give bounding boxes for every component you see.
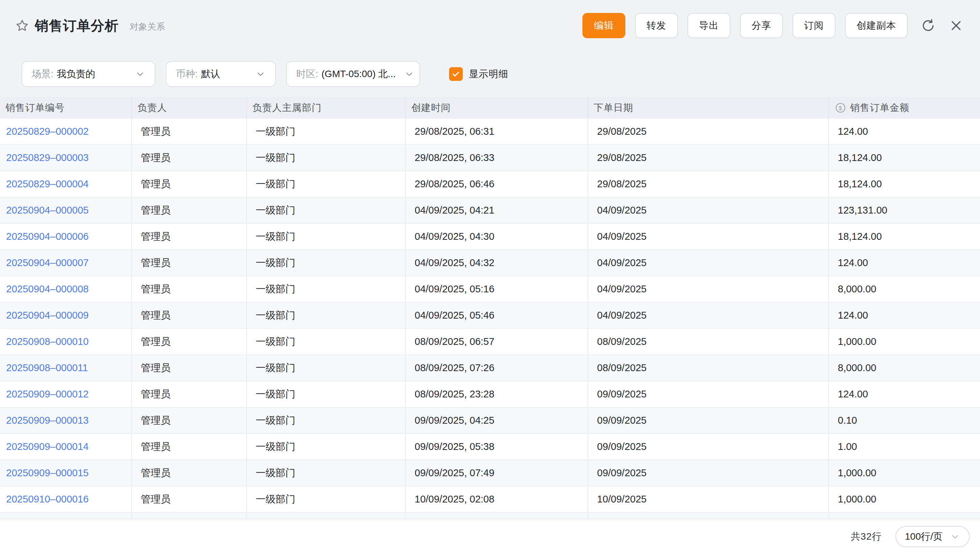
- department-cell: 一级部门: [246, 486, 405, 512]
- order-date-cell: 04/09/2025: [587, 250, 828, 275]
- order-date-cell: 08/09/2025: [587, 329, 828, 355]
- page-size-value: 100行/页: [905, 530, 943, 543]
- close-icon[interactable]: [949, 18, 964, 33]
- created-time-cell: 09/09/2025, 07:49: [405, 460, 587, 486]
- order-number-link[interactable]: 20250904–000009: [6, 310, 89, 321]
- timezone-select-label: 时区:: [296, 68, 318, 81]
- scene-select[interactable]: 场景: 我负责的: [21, 61, 156, 87]
- timezone-select[interactable]: 时区: (GMT-05:00) 北...: [286, 61, 420, 87]
- created-time-cell: 10/09/2025, 02:08: [405, 486, 587, 512]
- order-number-link[interactable]: 20250908–000011: [6, 362, 88, 374]
- order-date-cell: 29/08/2025: [587, 119, 828, 144]
- created-time-cell: 29/08/2025, 06:31: [405, 119, 587, 144]
- title-area: 销售订单分析 对象关系: [15, 16, 165, 35]
- timezone-select-value: (GMT-05:00) 北...: [321, 68, 396, 81]
- order-number-link[interactable]: 20250909–000013: [6, 415, 89, 426]
- table-row: 20250904–000006 管理员 一级部门 04/09/2025, 04:…: [0, 224, 980, 250]
- pagination-bar: 共32行 100行/页: [0, 519, 980, 554]
- created-time-cell: 04/09/2025, 04:21: [405, 197, 587, 223]
- amount-cell: 1.00: [828, 434, 980, 460]
- chevron-down-icon: [247, 69, 266, 79]
- table-row: 20250908–000011 管理员 一级部门 08/09/2025, 07:…: [0, 355, 980, 381]
- department-cell: 一级部门: [246, 434, 405, 460]
- amount-cell: 124.00: [828, 250, 980, 275]
- page-subtitle: 对象关系: [130, 21, 165, 33]
- order-date-cell: 04/09/2025: [587, 302, 828, 328]
- order-date-cell: 09/09/2025: [587, 460, 828, 486]
- table-row: 20250909–000014 管理员 一级部门 09/09/2025, 05:…: [0, 434, 980, 460]
- order-number-link[interactable]: 20250829–000002: [6, 126, 89, 137]
- department-cell: 一级部门: [246, 381, 405, 407]
- order-number-link[interactable]: 20250829–000003: [6, 152, 89, 163]
- column-header-amount[interactable]: $ 销售订单金额: [828, 97, 980, 119]
- department-cell: 一级部门: [246, 460, 405, 486]
- department-cell: 一级部门: [246, 408, 405, 433]
- order-number-link[interactable]: 20250904–000005: [6, 205, 89, 216]
- filter-bar: 场景: 我负责的 币种: 默认 时区: (GMT-05:00) 北... 显示明…: [0, 51, 980, 97]
- owner-cell: 管理员: [131, 171, 246, 197]
- forward-button[interactable]: 转发: [635, 13, 678, 38]
- table-row: 20250904–000005 管理员 一级部门 04/09/2025, 04:…: [0, 197, 980, 224]
- order-number-link[interactable]: 20250909–000015: [6, 467, 89, 479]
- page-title: 销售订单分析: [35, 16, 119, 35]
- department-cell: 一级部门: [246, 355, 405, 381]
- scene-select-value: 我负责的: [57, 68, 95, 81]
- top-bar: 销售订单分析 对象关系 编辑 转发 导出 分享 订阅 创建副本: [0, 0, 980, 51]
- owner-cell: 管理员: [131, 408, 246, 433]
- column-header-order-no[interactable]: 销售订单编号: [0, 97, 131, 119]
- order-date-cell: 29/08/2025: [587, 145, 828, 170]
- page-size-select[interactable]: 100行/页: [896, 526, 970, 547]
- table-row: 20250829–000002 管理员 一级部门 29/08/2025, 06:…: [0, 119, 980, 145]
- owner-cell: 管理员: [131, 224, 246, 249]
- created-time-cell: 04/09/2025, 04:30: [405, 224, 587, 249]
- order-number-link[interactable]: 20250829–000004: [6, 178, 89, 189]
- chevron-down-icon: [950, 532, 960, 542]
- subscribe-button[interactable]: 订阅: [792, 13, 835, 38]
- amount-cell: 1,000.00: [828, 329, 980, 355]
- show-detail-checkbox[interactable]: 显示明细: [449, 67, 508, 81]
- amount-cell: 123,131.00: [828, 197, 980, 223]
- amount-cell: 18,124.00: [828, 145, 980, 170]
- order-number-link[interactable]: 20250908–000010: [6, 336, 89, 347]
- duplicate-button[interactable]: 创建副本: [845, 13, 908, 38]
- chevron-down-icon: [396, 69, 414, 79]
- order-number-link[interactable]: 20250909–000014: [6, 441, 89, 452]
- refresh-icon[interactable]: [921, 18, 935, 33]
- column-header-department[interactable]: 负责人主属部门: [246, 97, 405, 119]
- edit-button[interactable]: 编辑: [582, 13, 625, 38]
- order-number-link[interactable]: 20250904–000008: [6, 283, 89, 295]
- table-row: 20250909–000015 管理员 一级部门 09/09/2025, 07:…: [0, 460, 980, 486]
- table-row: 20250909–000012 管理员 一级部门 08/09/2025, 23:…: [0, 381, 980, 408]
- order-date-cell: 04/09/2025: [587, 197, 828, 223]
- order-number-link[interactable]: 20250904–000006: [6, 231, 89, 242]
- order-date-cell: 29/08/2025: [587, 171, 828, 197]
- department-cell: 一级部门: [246, 119, 405, 144]
- share-button[interactable]: 分享: [740, 13, 783, 38]
- department-cell: 一级部门: [246, 197, 405, 223]
- export-button[interactable]: 导出: [687, 13, 730, 38]
- owner-cell: 管理员: [131, 381, 246, 407]
- owner-cell: 管理员: [131, 355, 246, 381]
- column-header-created-time[interactable]: 创建时间: [405, 97, 587, 119]
- table-row: 20250829–000004 管理员 一级部门 29/08/2025, 06:…: [0, 171, 980, 197]
- order-number-link[interactable]: 20250904–000007: [6, 257, 89, 269]
- order-number-link[interactable]: 20250910–000016: [6, 494, 89, 505]
- currency-select[interactable]: 币种: 默认: [166, 61, 276, 87]
- owner-cell: 管理员: [131, 434, 246, 460]
- column-header-order-date[interactable]: 下单日期: [587, 97, 828, 119]
- amount-cell: 1,000.00: [828, 460, 980, 486]
- action-buttons: 编辑 转发 导出 分享 订阅 创建副本: [573, 13, 964, 38]
- table-row: 20250904–000008 管理员 一级部门 04/09/2025, 05:…: [0, 276, 980, 302]
- favorite-star-icon[interactable]: [15, 18, 29, 33]
- created-time-cell: 08/09/2025, 23:28: [405, 381, 587, 407]
- created-time-cell: 08/09/2025, 07:26: [405, 355, 587, 381]
- order-number-link[interactable]: 20250909–000012: [6, 388, 89, 400]
- created-time-cell: 08/09/2025, 06:57: [405, 329, 587, 355]
- owner-cell: 管理员: [131, 460, 246, 486]
- owner-cell: 管理员: [131, 329, 246, 355]
- order-date-cell: 08/09/2025: [587, 355, 828, 381]
- department-cell: 一级部门: [246, 145, 405, 170]
- table-row: 20250829–000003 管理员 一级部门 29/08/2025, 06:…: [0, 145, 980, 171]
- table-row: 20250910–000016 管理员 一级部门 10/09/2025, 02:…: [0, 486, 980, 513]
- column-header-owner[interactable]: 负责人: [131, 97, 246, 119]
